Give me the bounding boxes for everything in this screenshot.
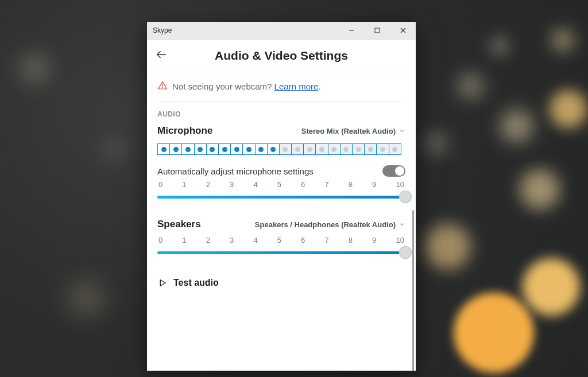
microphone-title: Microphone xyxy=(157,125,212,137)
meter-cell xyxy=(316,144,328,154)
slider-ticks: 012345678910 xyxy=(157,236,405,247)
tick-label: 4 xyxy=(253,180,257,189)
tick-label: 10 xyxy=(396,236,404,244)
microphone-device-name: Stereo Mix (Realtek Audio) xyxy=(301,127,396,135)
tick-label: 2 xyxy=(206,236,210,244)
skype-settings-window: Skype Audio & Video Settings Not seeing … xyxy=(147,22,416,371)
meter-cell xyxy=(243,144,255,154)
tick-label: 7 xyxy=(324,236,328,244)
slider-thumb[interactable] xyxy=(399,191,412,203)
slider-ticks: 012345678910 xyxy=(157,180,405,191)
meter-cell xyxy=(207,144,219,154)
tick-label: 3 xyxy=(230,180,234,189)
meter-cell xyxy=(304,144,316,154)
auto-adjust-toggle[interactable] xyxy=(382,165,405,177)
minimize-button[interactable] xyxy=(338,22,364,39)
meter-cell xyxy=(231,144,243,154)
meter-cell xyxy=(219,144,231,154)
tick-label: 9 xyxy=(372,180,376,189)
meter-cell xyxy=(292,144,304,154)
page-title: Audio & Video Settings xyxy=(215,49,348,63)
tick-label: 7 xyxy=(324,180,328,189)
auto-adjust-row: Automatically adjust microphone settings xyxy=(157,165,405,177)
audio-section-label: AUDIO xyxy=(157,110,405,118)
meter-cell xyxy=(341,144,353,154)
tick-label: 10 xyxy=(396,180,404,189)
meter-cell xyxy=(195,144,207,154)
meter-cell xyxy=(365,144,377,154)
tick-label: 6 xyxy=(301,236,305,244)
auto-adjust-label: Automatically adjust microphone settings xyxy=(157,166,314,176)
meter-cell xyxy=(328,144,341,154)
meter-cell xyxy=(389,144,401,154)
microphone-row: Microphone Stereo Mix (Realtek Audio) xyxy=(157,125,405,137)
meter-cell xyxy=(268,144,280,154)
microphone-volume-slider[interactable]: 012345678910 xyxy=(157,180,405,203)
test-audio-button[interactable]: Test audio xyxy=(157,274,405,292)
tick-label: 8 xyxy=(349,180,353,189)
chevron-down-icon xyxy=(399,127,405,134)
tick-label: 4 xyxy=(253,236,257,244)
webcam-warning-trailing: . xyxy=(318,81,320,91)
chevron-down-icon xyxy=(399,221,405,228)
tick-label: 1 xyxy=(182,180,186,189)
tick-label: 2 xyxy=(206,180,210,189)
settings-content: Not seeing your webcam? Learn more. AUDI… xyxy=(147,72,416,371)
tick-label: 3 xyxy=(230,236,234,244)
microphone-level-meter xyxy=(157,143,401,155)
speakers-title: Speakers xyxy=(157,219,201,230)
tick-label: 5 xyxy=(277,236,281,244)
microphone-device-select[interactable]: Stereo Mix (Realtek Audio) xyxy=(301,127,405,135)
meter-cell xyxy=(377,144,389,154)
tick-label: 8 xyxy=(349,236,353,244)
play-icon xyxy=(157,278,168,288)
webcam-warning: Not seeing your webcam? Learn more. xyxy=(157,72,405,99)
webcam-warning-text: Not seeing your webcam? xyxy=(172,81,272,91)
svg-point-5 xyxy=(162,87,163,88)
tick-label: 0 xyxy=(158,236,163,244)
test-audio-label: Test audio xyxy=(173,278,219,288)
meter-cell xyxy=(280,144,292,154)
speakers-device-name: Speakers / Headphones (Realtek Audio) xyxy=(255,220,396,229)
webcam-learn-more-link[interactable]: Learn more xyxy=(274,81,319,91)
warning-icon xyxy=(157,80,168,92)
tick-label: 5 xyxy=(277,180,281,189)
meter-cell xyxy=(353,144,365,154)
window-titlebar[interactable]: Skype xyxy=(147,22,416,40)
tick-label: 6 xyxy=(301,180,305,189)
speakers-device-select[interactable]: Speakers / Headphones (Realtek Audio) xyxy=(255,220,405,229)
svg-rect-1 xyxy=(375,28,380,33)
divider xyxy=(157,102,405,102)
tick-label: 0 xyxy=(158,180,163,189)
scrollbar[interactable] xyxy=(412,210,414,371)
page-header: Audio & Video Settings xyxy=(147,40,416,72)
arrow-left-icon xyxy=(155,48,168,61)
meter-cell xyxy=(256,144,268,154)
meter-cell xyxy=(158,144,170,154)
app-title: Skype xyxy=(153,26,172,34)
close-button[interactable] xyxy=(390,22,416,39)
meter-cell xyxy=(182,144,194,154)
speakers-row: Speakers Speakers / Headphones (Realtek … xyxy=(157,219,405,230)
meter-cell xyxy=(170,144,182,154)
speakers-volume-slider[interactable]: 012345678910 xyxy=(157,236,405,258)
tick-label: 9 xyxy=(372,236,376,244)
maximize-button[interactable] xyxy=(364,22,390,39)
tick-label: 1 xyxy=(182,236,186,244)
back-button[interactable] xyxy=(155,48,168,63)
slider-thumb[interactable] xyxy=(399,246,412,259)
